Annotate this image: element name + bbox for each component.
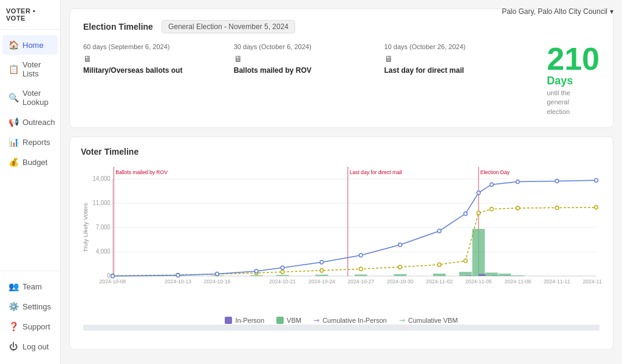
sidebar-item-team[interactable]: 👥Team bbox=[2, 277, 58, 296]
svg-text:2024-11-02: 2024-11-02 bbox=[426, 278, 453, 285]
milestone-label-0: Military/Overseas ballots out bbox=[83, 66, 234, 75]
legend-line-2: ⊸ bbox=[313, 316, 320, 325]
svg-text:Ballots mailed by ROV: Ballots mailed by ROV bbox=[115, 169, 168, 175]
svg-rect-35 bbox=[355, 275, 367, 277]
svg-text:2024-10-24: 2024-10-24 bbox=[309, 278, 335, 285]
svg-point-67 bbox=[255, 269, 258, 273]
svg-text:2024-10-21: 2024-10-21 bbox=[269, 278, 296, 285]
sidebar-label-support: Support bbox=[22, 322, 50, 331]
election-badge: General Election - November 5, 2024 bbox=[162, 20, 295, 33]
svg-point-72 bbox=[437, 229, 441, 233]
svg-point-56 bbox=[398, 265, 402, 269]
svg-text:4,000: 4,000 bbox=[96, 248, 111, 255]
sidebar-label-logout: Log out bbox=[22, 342, 49, 351]
milestone-2: 10 days (October 26, 2024) 🖥 Last day fo… bbox=[384, 43, 535, 75]
countdown: 210 Days until thegeneralelection bbox=[535, 43, 600, 116]
svg-text:2024-11-08: 2024-11-08 bbox=[504, 278, 531, 285]
sidebar-label-outreach: Outreach bbox=[22, 118, 55, 127]
chart-legend: In-PersonVBM⊸Cumulative In-Person⊸Cumula… bbox=[81, 316, 602, 325]
settings-icon: ⚙️ bbox=[9, 302, 18, 311]
sidebar-item-support[interactable]: ❓Support bbox=[2, 317, 58, 336]
main-content: Palo Gary, Palo Alto City Council ▾ Elec… bbox=[61, 0, 622, 364]
voter-lookup-icon: 🔍 bbox=[9, 93, 18, 103]
svg-point-62 bbox=[555, 206, 559, 210]
milestone-icon-1: 🖥 bbox=[234, 54, 384, 64]
countdown-text: until thegeneralelection bbox=[547, 89, 570, 116]
svg-rect-33 bbox=[276, 275, 289, 276]
chart-scrollbar[interactable] bbox=[83, 325, 600, 331]
sidebar-item-outreach[interactable]: 📢Outreach bbox=[2, 112, 58, 132]
svg-text:11,000: 11,000 bbox=[93, 200, 111, 206]
svg-point-60 bbox=[490, 207, 493, 211]
legend-line-3: ⊸ bbox=[399, 316, 405, 325]
svg-rect-42 bbox=[479, 274, 486, 276]
svg-point-63 bbox=[595, 206, 598, 209]
svg-rect-47 bbox=[511, 275, 524, 276]
legend-item-1: VBM bbox=[276, 316, 301, 325]
svg-text:Election Day: Election Day bbox=[480, 169, 510, 175]
milestone-icon-2: 🖥 bbox=[384, 54, 535, 64]
sidebar-item-voter-lookup[interactable]: 🔍Voter Lookup bbox=[2, 84, 58, 112]
milestone-1: 30 days (October 6, 2024) 🖥 Ballots mail… bbox=[234, 43, 384, 75]
svg-point-75 bbox=[490, 183, 493, 186]
sidebar-label-team: Team bbox=[22, 282, 42, 291]
svg-point-73 bbox=[463, 212, 467, 215]
sidebar-item-budget[interactable]: 💰Budget bbox=[2, 152, 58, 172]
timeline-title: Election Timeline bbox=[83, 22, 153, 32]
svg-text:Truly Likely Voters: Truly Likely Voters bbox=[83, 203, 89, 252]
milestone-label-1: Ballots mailed by ROV bbox=[234, 66, 384, 75]
svg-point-54 bbox=[320, 269, 324, 272]
svg-point-61 bbox=[516, 206, 520, 210]
svg-point-77 bbox=[555, 180, 559, 183]
legend-label-0: In-Person bbox=[235, 317, 264, 324]
reports-icon: 📊 bbox=[9, 137, 18, 147]
svg-point-66 bbox=[216, 272, 219, 276]
svg-text:2024-11-14: 2024-11-14 bbox=[583, 278, 602, 285]
sidebar-item-reports[interactable]: 📊Reports bbox=[2, 132, 58, 152]
milestone-date-2: 10 days (October 26, 2024) bbox=[384, 43, 535, 50]
svg-point-76 bbox=[516, 180, 520, 184]
countdown-days: Days bbox=[547, 75, 573, 87]
svg-point-53 bbox=[281, 270, 284, 274]
svg-rect-41 bbox=[473, 229, 485, 276]
sidebar-item-voter-lists[interactable]: 📋Voter Lists bbox=[2, 55, 58, 83]
sidebar-item-settings[interactable]: ⚙️Settings bbox=[2, 297, 58, 316]
countdown-number: 210 bbox=[547, 43, 600, 75]
svg-point-70 bbox=[359, 254, 363, 257]
milestone-date-1: 30 days (October 6, 2024) bbox=[234, 43, 384, 50]
svg-rect-45 bbox=[499, 274, 511, 276]
legend-label-3: Cumulative VBM bbox=[408, 317, 458, 324]
svg-rect-34 bbox=[315, 275, 328, 276]
svg-text:7,000: 7,000 bbox=[96, 224, 111, 231]
outreach-icon: 📢 bbox=[9, 117, 18, 127]
milestone-label-2: Last day for direct mail bbox=[384, 66, 535, 75]
chevron-down-icon: ▾ bbox=[610, 7, 613, 16]
svg-text:2024-10-30: 2024-10-30 bbox=[387, 278, 414, 285]
sidebar: VOTER • VOTE 🏠Home📋Voter Lists🔍Voter Loo… bbox=[0, 0, 61, 364]
svg-rect-37 bbox=[433, 274, 446, 276]
voter-lists-icon: 📋 bbox=[9, 64, 18, 74]
milestone-0: 60 days (September 6, 2024) 🖥 Military/O… bbox=[83, 43, 234, 75]
main-scroll: Election Timeline General Election - Nov… bbox=[61, 0, 622, 364]
legend-label-1: VBM bbox=[287, 317, 301, 324]
sidebar-nav: 🏠Home📋Voter Lists🔍Voter Lookup📢Outreach📊… bbox=[0, 30, 60, 271]
svg-point-74 bbox=[477, 191, 480, 195]
home-icon: 🏠 bbox=[9, 40, 18, 50]
milestone-date-0: 60 days (September 6, 2024) bbox=[83, 43, 234, 50]
sidebar-item-home[interactable]: 🏠Home bbox=[2, 35, 58, 55]
sidebar-label-reports: Reports bbox=[22, 138, 50, 147]
svg-point-71 bbox=[398, 243, 402, 247]
svg-point-55 bbox=[359, 268, 363, 271]
support-icon: ❓ bbox=[9, 322, 18, 331]
svg-point-64 bbox=[111, 274, 115, 278]
svg-rect-32 bbox=[250, 275, 263, 276]
sidebar-item-logout[interactable]: ⏻Log out bbox=[2, 337, 58, 356]
legend-item-0: In-Person bbox=[225, 316, 264, 325]
user-menu[interactable]: Palo Gary, Palo Alto City Council ▾ bbox=[502, 7, 613, 16]
sidebar-bottom: 👥Team⚙️Settings❓Support⏻Log out bbox=[0, 271, 60, 364]
svg-rect-39 bbox=[459, 272, 472, 276]
sidebar-label-voter-lists: Voter Lists bbox=[22, 60, 52, 78]
svg-text:2024-10-08: 2024-10-08 bbox=[100, 278, 126, 285]
chart-title: Voter Timeline bbox=[81, 147, 602, 157]
logout-icon: ⏻ bbox=[9, 342, 18, 351]
